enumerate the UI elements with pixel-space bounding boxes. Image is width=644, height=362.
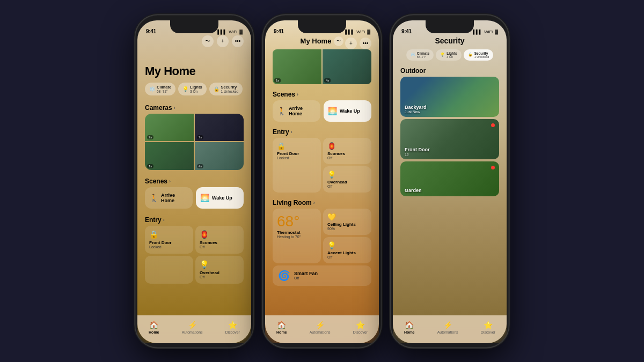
ceiling-lights-card[interactable]: 💛 Ceiling Lights 90% — [323, 209, 371, 235]
chip-lights-content-1: Lights 3 On — [190, 85, 202, 93]
waveform-button-2[interactable]: 〜 — [334, 36, 343, 46]
nav-automations-3[interactable]: ⚡ Automations — [437, 321, 458, 334]
front-door-sub-1: Locked — [149, 245, 189, 249]
outdoor-section-label: Outdoor — [393, 65, 507, 77]
front-door-camera[interactable]: Front Door 1s — [400, 119, 499, 159]
climate-icon-3: ❄️ — [411, 53, 415, 57]
chip-lights-3[interactable]: 💡 Lights 3 On — [436, 49, 462, 61]
status-time-3: 9:41 — [401, 28, 412, 34]
ceiling-lights-icon: 💛 — [327, 213, 367, 221]
automations-icon-2: ⚡ — [316, 321, 325, 329]
overhead-card-1[interactable]: 💡 Overhead Off — [195, 256, 244, 284]
smart-fan-sub: Off — [294, 276, 318, 280]
more-button-1[interactable]: ••• — [232, 35, 244, 47]
front-door-icon-2: 🔒 — [277, 142, 317, 150]
nav-automations-1[interactable]: ⚡ Automations — [182, 321, 203, 334]
phones-container: 9:41 ▌▌▌ WiFi ▓ 〜 + ••• My Home ❄️ — [135, 15, 509, 348]
accent-lights-sub: Off — [327, 255, 367, 259]
chip-climate-3[interactable]: ❄️ Climate 68–77° — [406, 49, 434, 61]
camera-strip-2: 1s 4s — [273, 49, 371, 84]
cam-cell-2[interactable]: 3s — [195, 114, 244, 142]
entry-grid-1: 🔒 Front Door Locked 🏮 Sconces Off 💡 Over… — [145, 226, 244, 284]
accent-lights-card[interactable]: 💡 Accent Lights Off — [323, 237, 371, 263]
front-door-label-2: Front Door — [277, 151, 317, 156]
overhead-card-2[interactable]: 💡 Overhead Off — [323, 166, 371, 193]
smart-fan-label: Smart Fan — [294, 271, 318, 276]
chip-security-sub-3: 1 Unlocked — [474, 55, 489, 58]
front-door-card-1[interactable]: 🔒 Front Door Locked — [145, 226, 193, 254]
nav-home-3[interactable]: 🏠 Home — [404, 321, 414, 334]
chip-climate-1[interactable]: ❄️ Climate 68–72° — [145, 83, 175, 95]
wake-up-button-1[interactable]: 🌅 Wake Up — [196, 187, 244, 209]
overhead-sub-1: Off — [200, 275, 239, 279]
bottom-nav-1: 🏠 Home ⚡ Automations ⭐ Discover — [137, 315, 251, 343]
cam-cell-3[interactable]: 1s — [145, 142, 194, 170]
arrive-home-icon-2: 🚶 — [277, 107, 286, 115]
smart-fan-card[interactable]: 🌀 Smart Fan Off — [273, 265, 371, 286]
nav-home-1[interactable]: 🏠 Home — [149, 321, 159, 334]
strip-cam-2[interactable]: 4s — [323, 49, 371, 84]
entry-section-header-1[interactable]: Entry › — [137, 212, 251, 226]
automations-nav-label-1: Automations — [182, 330, 203, 334]
phone-1-screen: 9:41 ▌▌▌ WiFi ▓ 〜 + ••• My Home ❄️ — [137, 20, 251, 343]
arrive-home-button-1[interactable]: 🚶 Arrive Home — [145, 187, 193, 209]
smart-fan-icon: 🌀 — [278, 270, 290, 282]
nav-automations-2[interactable]: ⚡ Automations — [310, 321, 331, 334]
wake-up-label-2: Wake Up — [340, 108, 360, 114]
strip-cam-1[interactable]: 1s — [273, 49, 321, 84]
scenes-section-header-1[interactable]: Scenes › — [137, 173, 251, 187]
garden-camera[interactable]: Garden — [400, 161, 499, 196]
arrive-home-button-2[interactable]: 🚶 Arrive Home — [273, 100, 320, 122]
more-button-2[interactable]: ••• — [360, 38, 371, 49]
status-time-2: 9:41 — [274, 28, 284, 34]
status-icons-3: ▌▌▌ WiFi ▓ — [473, 29, 498, 34]
chip-lights-1[interactable]: 💡 Lights 3 On — [178, 83, 207, 95]
automations-nav-label-2: Automations — [310, 330, 331, 334]
nav-discover-2[interactable]: ⭐ Discover — [353, 321, 368, 334]
living-room-section-header[interactable]: Living Room › — [265, 195, 379, 209]
overhead-label-1: Overhead — [200, 270, 239, 275]
scene-row-2: 🚶 Arrive Home 🌅 Wake Up — [273, 100, 371, 122]
overhead-label-2: Overhead — [327, 180, 367, 184]
sconces-sub-2: Off — [327, 156, 367, 160]
phone-3: 9:41 ▌▌▌ WiFi ▓ Security ❄️ Climate 68–7… — [391, 15, 509, 348]
entry-section-header-2[interactable]: Entry › — [265, 124, 379, 138]
cam-cell-1[interactable]: 2s — [145, 114, 194, 142]
front-door-cam-dot — [491, 123, 495, 127]
cam-cell-4[interactable]: 4s — [195, 142, 244, 170]
phone-1-header: My Home ❄️ Climate 68–72° 💡 Lights 3 O — [137, 47, 251, 100]
backyard-cam-sub: Just Now — [405, 110, 427, 114]
chip-climate-sub-1: 68–72° — [157, 90, 171, 93]
home-icon-1: 🏠 — [149, 321, 158, 329]
wake-up-icon-1: 🌅 — [200, 194, 209, 202]
chip-row-security: ❄️ Climate 68–77° 💡 Lights 3 On 🔒 — [393, 49, 507, 65]
strip-badge-1: 1s — [274, 78, 281, 83]
thermostat-label: Thermostat — [277, 230, 317, 235]
thermostat-card[interactable]: 68° Thermostat Heating to 70° — [273, 209, 321, 263]
automations-icon-1: ⚡ — [188, 321, 197, 329]
nav-home-2[interactable]: 🏠 Home — [276, 321, 287, 334]
sconces-card-2[interactable]: 🏮 Sconces Off — [323, 138, 371, 164]
chip-security-1[interactable]: 🔒 Security 1 Unlocked — [209, 83, 243, 95]
nav-discover-1[interactable]: ⭐ Discover — [225, 321, 240, 334]
scenes-section-header-2[interactable]: Scenes › — [265, 86, 379, 100]
scenes-label-2: Scenes — [273, 91, 295, 98]
add-button-1[interactable]: + — [217, 35, 229, 47]
nav-discover-3[interactable]: ⭐ Discover — [481, 321, 495, 334]
sconces-card-1[interactable]: 🏮 Sconces Off — [195, 226, 244, 254]
chip-climate-content-3: Climate 68–77° — [417, 51, 429, 58]
overhead-icon-2: 💡 — [327, 171, 367, 179]
backyard-camera[interactable]: Backyard Just Now — [400, 77, 499, 117]
discover-nav-label-2: Discover — [353, 330, 368, 334]
discover-icon-3: ⭐ — [484, 321, 493, 329]
waveform-button-1[interactable]: 〜 — [202, 35, 214, 47]
front-door-card-2[interactable]: 🔒 Front Door Locked — [273, 138, 321, 193]
cameras-section-header-1[interactable]: Cameras › — [137, 100, 251, 114]
status-icons-2: ▌▌▌ WiFi ▓ — [345, 29, 370, 34]
chip-climate-content-1: Climate 68–72° — [157, 85, 171, 93]
overhead-icon-1: 💡 — [200, 260, 239, 269]
chip-climate-label-3: Climate — [417, 51, 429, 55]
add-button-2[interactable]: + — [345, 38, 357, 49]
chip-security-3[interactable]: 🔒 Security 1 Unlocked — [464, 49, 494, 61]
wake-up-button-2[interactable]: 🌅 Wake Up — [324, 100, 371, 122]
